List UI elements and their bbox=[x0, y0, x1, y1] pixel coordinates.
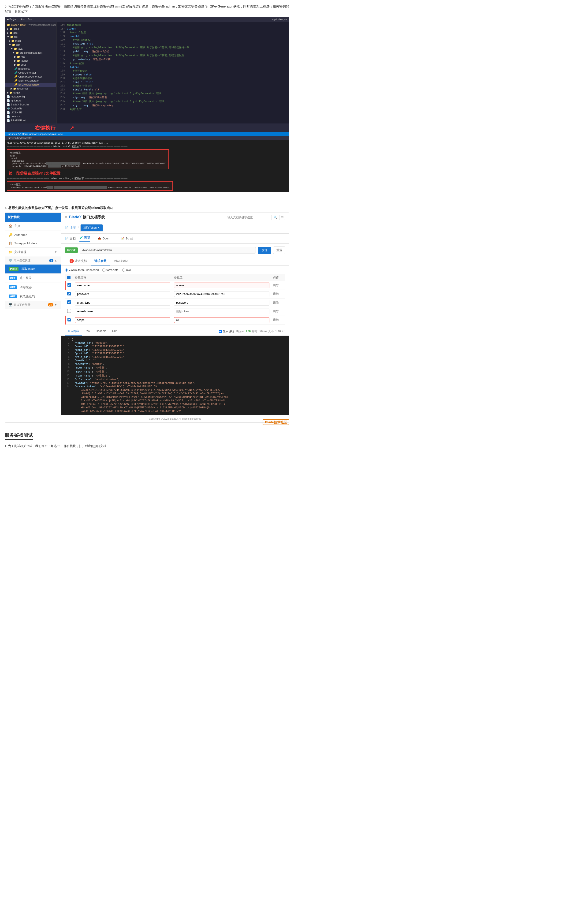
input-username-value[interactable] bbox=[174, 283, 270, 288]
tree-main: ▶ 📁 main bbox=[5, 39, 56, 43]
response-body: 1 { 2 "tenant_id": "000000", 3 "user_id"… bbox=[61, 336, 289, 415]
post-tag-token: POST bbox=[9, 267, 18, 271]
name-granttype bbox=[73, 298, 172, 307]
tab-request-body[interactable]: 2 请求失部 bbox=[65, 257, 90, 265]
radio-urlencoded-input[interactable] bbox=[65, 268, 68, 272]
breadcrumb-home[interactable]: 主页 bbox=[70, 226, 76, 230]
tree-license: 📄 LICENSE bbox=[5, 111, 56, 115]
tab-after-script[interactable]: AfterScript bbox=[110, 257, 132, 265]
input-refreshtoken-name[interactable] bbox=[75, 309, 170, 314]
radio-formdata-input[interactable] bbox=[102, 268, 105, 272]
delete-password-btn[interactable]: 删除 bbox=[273, 292, 279, 296]
json-line-5: 5 "post_id": "1123598817738675201", bbox=[63, 352, 287, 355]
checkbox-scope[interactable] bbox=[68, 318, 71, 322]
annotation1: 第一段需要在后端yml文件配置 bbox=[9, 171, 285, 176]
nav-home[interactable]: 🏠 主页 bbox=[5, 221, 61, 231]
nav-swagger[interactable]: 📋 Swagger Models bbox=[5, 239, 61, 248]
nav-authorize[interactable]: 🔑 Authorize bbox=[5, 231, 61, 239]
name-refreshtoken bbox=[73, 307, 172, 315]
show-desc-toggle[interactable]: 显示说明 bbox=[219, 330, 234, 333]
response-status-area: 响应码: 200 耗时: 369ms 大小: 1.46 KB bbox=[236, 330, 285, 333]
search-input[interactable] bbox=[225, 215, 272, 220]
tree-org: ▼ 📁 org.springblade.test bbox=[5, 51, 56, 55]
ide-body: 📁 BladeX-Boot ~/Workspaces/product/Blade… bbox=[5, 22, 289, 123]
delete-granttype-btn[interactable]: 删除 bbox=[273, 301, 279, 304]
response-tab-headers[interactable]: Headers bbox=[93, 328, 109, 335]
code-line-202: 202 #单用户登录范围 bbox=[57, 84, 289, 88]
api-footer: Copyright © 2024 BladeX All Rights Reser… bbox=[61, 415, 289, 422]
show-desc-label: 显示说明 bbox=[223, 330, 234, 333]
radio-raw-input[interactable] bbox=[122, 268, 125, 272]
nav-clear-cache[interactable]: GET 清除缓存 bbox=[5, 283, 61, 292]
urlencoded-label: x-www-form-urlencoded bbox=[69, 268, 99, 272]
input-refreshtoken-value[interactable] bbox=[174, 309, 270, 314]
json-line-at6: XRhaWIiOnsidHlwZSI6IndlYiJ9LCJleHAiOjE3M… bbox=[63, 406, 287, 409]
formdata-label: form-data bbox=[107, 268, 118, 272]
tree-editorconfig: 📄 .editorconfig bbox=[5, 95, 56, 99]
reset-button[interactable]: 重置 bbox=[273, 246, 285, 254]
nav-captcha[interactable]: GET 获取验证码 bbox=[5, 292, 61, 301]
send-button[interactable]: 发送 bbox=[258, 247, 271, 254]
sidebar-top-label: 授权模块 bbox=[8, 215, 20, 219]
col-param-value: 参数值 bbox=[172, 274, 271, 281]
input-password-value[interactable] bbox=[174, 291, 270, 297]
input-scope-name[interactable] bbox=[75, 317, 170, 323]
json-line-at2: nRfdWQiOiJzYWIlclIsInRlbmFuZ F9pZCI6IjAw… bbox=[63, 392, 287, 395]
response-tab-curl[interactable]: Curl bbox=[109, 328, 120, 335]
arrow-annotation: 右键执行 ↗ bbox=[5, 123, 289, 133]
json-line-at7: .ocJdLGA56XvsD592mldpFIh0Yx-pvXc-lZFHYvp… bbox=[63, 409, 287, 413]
nav-docmgr[interactable]: 📁 文档管理 ▼ bbox=[5, 248, 61, 257]
check-granttype bbox=[65, 298, 73, 307]
json-line-8: 8 "account": "admin", bbox=[63, 362, 287, 366]
value-scope bbox=[172, 315, 271, 324]
json-line-11: 11 "real_name": "管理员12", bbox=[63, 374, 287, 378]
checkbox-granttype[interactable] bbox=[67, 301, 71, 304]
app-title: BladeX 接口文档系统 bbox=[69, 215, 105, 220]
authorize-icon: 🔑 bbox=[9, 233, 13, 237]
lang-switch[interactable]: 中 bbox=[279, 215, 285, 220]
code-line-193: 193 public-key: 请配置sm2公钥 bbox=[57, 49, 289, 53]
checkbox-password[interactable] bbox=[67, 292, 71, 296]
delete-scope: 删除 bbox=[271, 315, 285, 324]
input-username-name[interactable] bbox=[75, 283, 170, 288]
api-search-area: 🔍 中 bbox=[225, 215, 285, 220]
radio-formdata[interactable]: form-data bbox=[102, 268, 118, 272]
tab-request-params[interactable]: 请求参数 bbox=[90, 257, 110, 265]
section5-header: 5. 框架对密码进行了国密算法sm2加密，由前端调用传参需要现将原密码进行sm2… bbox=[5, 4, 289, 14]
input-granttype-name[interactable] bbox=[75, 300, 170, 305]
api-param-tabs: 2 请求失部 请求参数 AfterScript bbox=[61, 257, 289, 266]
get-tag-captcha: GET bbox=[9, 294, 17, 298]
input-password-name[interactable] bbox=[75, 291, 170, 297]
tab-doc[interactable]: 📄 文档 bbox=[65, 236, 76, 242]
response-tab-content[interactable]: 响应内容 bbox=[65, 327, 82, 336]
section7-title: 服务鉴权测试 bbox=[5, 433, 33, 438]
checkbox-refreshtoken[interactable] bbox=[67, 309, 71, 313]
show-desc-checkbox[interactable] bbox=[219, 330, 222, 333]
tab-try[interactable]: 🧪 调试 bbox=[79, 236, 90, 242]
tree-sm2key[interactable]: 🔑 Sm2KeyGenerator bbox=[5, 83, 56, 87]
radio-urlencoded[interactable]: x-www-form-urlencoded bbox=[65, 268, 99, 272]
delete-scope-btn[interactable]: 删除 bbox=[273, 318, 279, 322]
nav-get-token[interactable]: POST 获取Token bbox=[5, 265, 61, 274]
right-click-label: 右键执行 bbox=[35, 124, 55, 131]
api-ui-wrapper: 授权模块 🏠 主页 🔑 Authorize 📋 Swagger Models 📁… bbox=[5, 213, 289, 423]
nav-open[interactable]: 📤 Open bbox=[94, 236, 113, 242]
request-url-input[interactable] bbox=[80, 247, 256, 254]
input-scope-value[interactable] bbox=[174, 317, 270, 323]
tree-doc: ▶ 📁 doc bbox=[5, 31, 56, 35]
json-line-7: 7 "oauth_id": "", bbox=[63, 359, 287, 362]
delete-refreshtoken-btn[interactable]: 删除 bbox=[273, 310, 279, 313]
delete-username-btn[interactable]: 删除 bbox=[273, 283, 279, 287]
breadcrumb-tab-token[interactable]: 获取Token ✕ bbox=[80, 224, 103, 231]
radio-raw[interactable]: raw bbox=[122, 268, 131, 272]
nav-logout[interactable]: GET 退出登录 bbox=[5, 274, 61, 283]
auth-badge: 3 bbox=[49, 259, 53, 262]
nav-script[interactable]: 📝 Script bbox=[117, 236, 137, 242]
ide-title: ▶ Project ⊞ ≡ ↕ ⚙ ÷ bbox=[7, 18, 32, 21]
input-granttype-value[interactable] bbox=[174, 300, 270, 305]
terminal-line-java: /Library/Java/JavaVirtualMachines/zulu-1… bbox=[7, 142, 287, 144]
response-tab-raw[interactable]: Raw bbox=[82, 328, 93, 335]
search-icon[interactable]: 🔍 bbox=[274, 215, 277, 219]
tab-close-icon[interactable]: ✕ bbox=[97, 226, 100, 230]
checkbox-username[interactable] bbox=[68, 283, 71, 287]
